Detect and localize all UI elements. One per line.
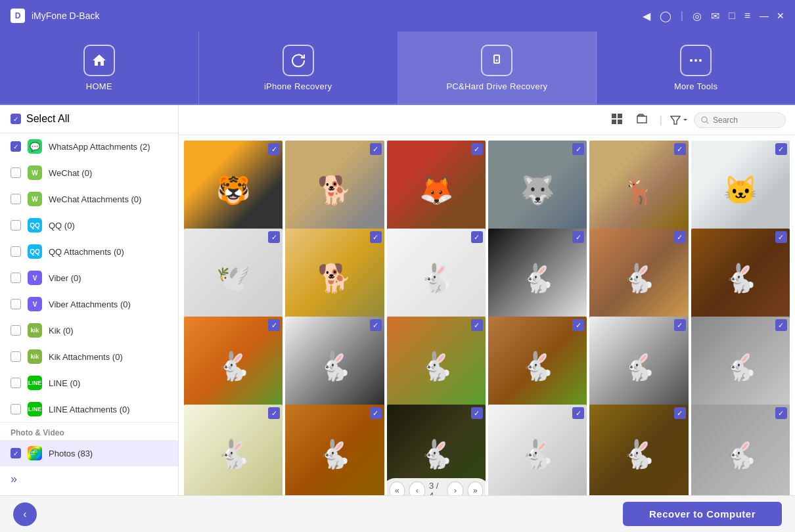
prev-page-button[interactable]: ‹ (409, 481, 425, 495)
photo-check[interactable]: ✓ (775, 319, 787, 331)
line-checkbox[interactable] (11, 378, 21, 388)
minimize-button[interactable]: — (760, 11, 769, 21)
photo-cell[interactable]: 🐕 ✓ (285, 141, 384, 239)
qq-att-checkbox[interactable] (11, 246, 21, 257)
sidebar-item-kik-att[interactable]: kik Kik Attachments (0) (0, 344, 178, 370)
wechat-att-icon: W (28, 192, 42, 206)
photo-cell[interactable]: 🐇 ✓ (691, 229, 790, 327)
recover-button[interactable]: Recover to Computer (623, 502, 782, 526)
photo-check[interactable]: ✓ (674, 143, 686, 155)
sidebar-item-qq-att[interactable]: QQ QQ Attachments (0) (0, 238, 178, 265)
photo-cell[interactable]: 🐇 ✓ (387, 229, 486, 327)
photo-cell[interactable]: 🐇 ✓ shutterstock · 542747946 (285, 405, 384, 495)
sidebar-item-qq[interactable]: QQ QQ (0) (0, 212, 178, 238)
whatsapp-checkbox[interactable]: ✓ (11, 141, 21, 152)
tab-more-tools[interactable]: More Tools (597, 32, 795, 104)
photo-cell[interactable]: 🐇 ✓ (589, 405, 688, 495)
kik-checkbox[interactable] (11, 325, 21, 336)
photo-check[interactable]: ✓ (268, 143, 280, 155)
first-page-button[interactable]: « (389, 481, 405, 495)
back-button[interactable]: ‹ (13, 502, 37, 526)
photo-check[interactable]: ✓ (370, 143, 382, 155)
share-icon[interactable]: ◀ (643, 10, 650, 22)
photo-check[interactable]: ✓ (775, 143, 787, 155)
photo-cell[interactable]: 🐕 ✓ (285, 229, 384, 327)
chat-icon[interactable]: □ (729, 10, 735, 22)
photo-cell[interactable]: 🐇 ✓ (589, 317, 688, 415)
wechat-checkbox[interactable] (11, 167, 21, 178)
photo-check[interactable]: ✓ (268, 407, 280, 419)
photo-check[interactable]: ✓ (268, 231, 280, 243)
photo-check[interactable]: ✓ (370, 231, 382, 243)
sidebar-item-viber-att[interactable]: V Viber Attachments (0) (0, 291, 178, 317)
photo-cell[interactable]: 🐇 ✓ (184, 317, 283, 415)
photo-check[interactable]: ✓ (775, 407, 787, 419)
photo-cell[interactable]: 🦌 ✓ (589, 141, 688, 239)
sidebar-item-wechat-att[interactable]: W WeChat Attachments (0) (0, 186, 178, 212)
user-icon[interactable]: ◯ (660, 10, 671, 22)
photo-check[interactable]: ✓ (674, 319, 686, 331)
location-icon[interactable]: ◎ (693, 10, 702, 22)
photo-cell[interactable]: 🐯 ✓ (184, 141, 283, 239)
close-button[interactable]: ✕ (777, 11, 784, 21)
photo-check[interactable]: ✓ (268, 319, 280, 331)
photo-check[interactable]: ✓ (370, 319, 382, 331)
line-att-checkbox[interactable] (11, 404, 21, 414)
photo-cell[interactable]: 🐇 ✓ (488, 317, 587, 415)
photo-cell[interactable]: 🐱 ✓ (691, 141, 790, 239)
line-label: LINE (0) (49, 378, 80, 388)
sidebar-more-indicator[interactable]: » (0, 466, 178, 492)
viber-checkbox[interactable] (11, 273, 21, 283)
sidebar-item-viber[interactable]: V Viber (0) (0, 265, 178, 291)
photo-check[interactable]: ✓ (775, 231, 787, 243)
sidebar-item-line-att[interactable]: LINE LINE Attachments (0) (0, 396, 178, 422)
kik-att-checkbox[interactable] (11, 351, 21, 362)
grid-view-button[interactable] (607, 110, 627, 130)
photos-checkbox[interactable]: ✓ (11, 448, 21, 458)
search-input[interactable] (713, 116, 779, 125)
filter-button[interactable] (670, 115, 689, 125)
tab-pc-hard-drive[interactable]: PC&Hard Drive Recovery (398, 32, 597, 104)
select-all-checkbox[interactable]: ✓ (11, 114, 21, 124)
search-box[interactable] (694, 112, 786, 128)
sidebar-item-kik[interactable]: kik Kik (0) (0, 317, 178, 344)
photo-check[interactable]: ✓ (471, 143, 483, 155)
wechat-att-checkbox[interactable] (11, 194, 21, 204)
viber-att-checkbox[interactable] (11, 299, 21, 309)
mail-icon[interactable]: ✉ (711, 10, 719, 22)
photo-check[interactable]: ✓ (471, 231, 483, 243)
qq-checkbox[interactable] (11, 220, 21, 231)
folder-view-button[interactable] (632, 110, 652, 130)
photo-check[interactable]: ✓ (471, 407, 483, 419)
photo-check[interactable]: ✓ (471, 319, 483, 331)
photo-cell[interactable]: 🐇 ✓ (691, 405, 790, 495)
photo-cell[interactable]: 🐇 ✓ (488, 229, 587, 327)
sidebar-item-photos[interactable]: ✓ 🌐 Photos (83) (0, 440, 178, 466)
photo-cell[interactable]: 🐇 ✓ (488, 405, 587, 495)
photo-cell[interactable]: 🐇 ✓ (589, 229, 688, 327)
photo-check[interactable]: ✓ (370, 407, 382, 419)
tab-home[interactable]: HOME (0, 32, 199, 104)
tab-iphone-recovery[interactable]: iPhone Recovery (199, 32, 398, 104)
select-all-header[interactable]: ✓ Select All (0, 105, 178, 133)
photo-check[interactable]: ✓ (572, 407, 584, 419)
menu-icon[interactable]: ≡ (744, 10, 750, 22)
sidebar-item-line[interactable]: LINE LINE (0) (0, 370, 178, 396)
photo-check[interactable]: ✓ (572, 143, 584, 155)
photo-cell[interactable]: 🐇 ✓ « ‹ 3 / 4 › » (387, 405, 486, 495)
photo-cell[interactable]: 🐇 ✓ shutterstock · 542747946 (285, 317, 384, 415)
sidebar-item-wechat[interactable]: W WeChat (0) (0, 160, 178, 186)
photo-check[interactable]: ✓ (674, 231, 686, 243)
photo-check[interactable]: ✓ (674, 407, 686, 419)
sidebar-item-whatsapp[interactable]: ✓ 💬 WhatsApp Attachments (2) (0, 133, 178, 160)
last-page-button[interactable]: » (467, 481, 483, 495)
photo-cell[interactable]: 🦊 ✓ (387, 141, 486, 239)
photo-check[interactable]: ✓ (572, 231, 584, 243)
photo-cell[interactable]: 🐺 ✓ (488, 141, 587, 239)
photo-cell[interactable]: 🐇 ✓ (387, 317, 486, 415)
next-page-button[interactable]: › (447, 481, 463, 495)
photo-cell[interactable]: 🐇 ✓ (184, 405, 283, 495)
photo-cell[interactable]: 🕊️ ✓ (184, 229, 283, 327)
photo-check[interactable]: ✓ (572, 319, 584, 331)
photo-cell[interactable]: 🐇 ✓ (691, 317, 790, 415)
